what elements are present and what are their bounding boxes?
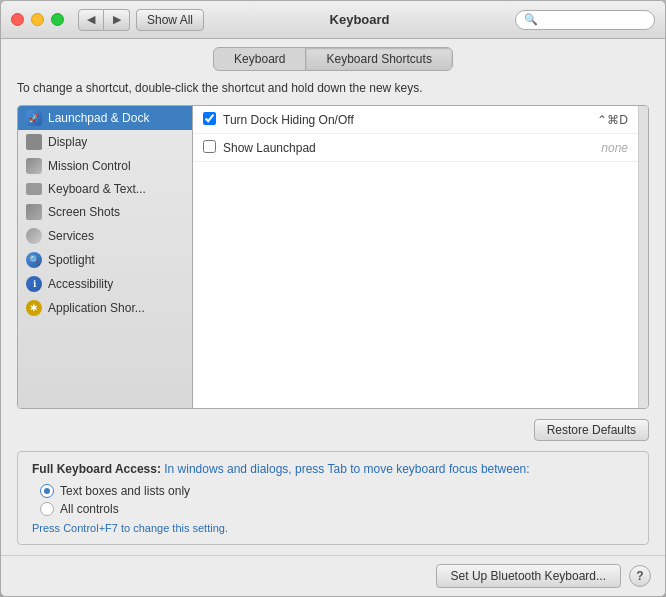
launchpad-icon: 🚀 [26,110,42,126]
ctrl-hint-text: Press Control+F7 to change this setting. [32,522,634,534]
minimize-button[interactable] [31,13,44,26]
radio-dot [44,488,50,494]
restore-defaults-button[interactable]: Restore Defaults [534,419,649,441]
sidebar-item-accessibility[interactable]: ℹ Accessibility [18,272,192,296]
search-icon: 🔍 [524,13,538,26]
tab-keyboard[interactable]: Keyboard [214,48,306,70]
shortcut-row-launchpad: Show Launchpad none [193,134,638,162]
close-button[interactable] [11,13,24,26]
bluetooth-keyboard-button[interactable]: Set Up Bluetooth Keyboard... [436,564,621,588]
sidebar-item-label: Services [48,229,94,243]
screenshots-icon [26,204,42,220]
sidebar-item-appshortcuts[interactable]: ✱ Application Shor... [18,296,192,320]
search-box[interactable]: 🔍 [515,10,655,30]
shortcut-key-dock-hiding: ⌃⌘D [597,113,628,127]
sidebar-item-launchpad[interactable]: 🚀 Launchpad & Dock [18,106,192,130]
sidebar-item-spotlight[interactable]: 🔍 Spotlight [18,248,192,272]
maximize-button[interactable] [51,13,64,26]
keyboard-access-title: Full Keyboard Access: In windows and dia… [32,462,634,476]
bottom-bar: Set Up Bluetooth Keyboard... ? [1,555,665,596]
tab-bar: Keyboard Keyboard Shortcuts [1,39,665,71]
shortcut-label-dock-hiding: Turn Dock Hiding On/Off [223,113,597,127]
show-all-button[interactable]: Show All [136,9,204,31]
checkbox-dock-hiding[interactable] [203,112,223,128]
spotlight-icon: 🔍 [26,252,42,268]
radio-all-controls-label: All controls [60,502,119,516]
sidebar-item-mission[interactable]: Mission Control [18,154,192,178]
title-bar: ◀ ▶ Show All Keyboard 🔍 [1,1,665,39]
tab-keyboard-shortcuts[interactable]: Keyboard Shortcuts [306,48,451,70]
keyboard-icon [26,183,42,195]
instruction-text: To change a shortcut, double-click the s… [17,81,649,95]
sidebar-item-label: Accessibility [48,277,113,291]
radio-group: Text boxes and lists only All controls [40,484,634,516]
appshortcuts-icon: ✱ [26,300,42,316]
right-panel: Turn Dock Hiding On/Off ⌃⌘D Show Launchp… [193,106,638,408]
radio-all-controls[interactable]: All controls [40,502,634,516]
window-controls [11,13,64,26]
sidebar-item-label: Launchpad & Dock [48,111,149,125]
sidebar-item-label: Mission Control [48,159,131,173]
window-title: Keyboard [204,12,515,27]
keyboard-access-section: Full Keyboard Access: In windows and dia… [17,451,649,545]
main-panel: 🚀 Launchpad & Dock Display Mission Contr… [17,105,649,409]
sidebar: 🚀 Launchpad & Dock Display Mission Contr… [18,106,193,408]
help-button[interactable]: ? [629,565,651,587]
tab-group: Keyboard Keyboard Shortcuts [213,47,453,71]
sidebar-item-screenshots[interactable]: Screen Shots [18,200,192,224]
sidebar-item-label: Keyboard & Text... [48,182,146,196]
sidebar-item-services[interactable]: Services [18,224,192,248]
radio-text-boxes-label: Text boxes and lists only [60,484,190,498]
checkbox-launchpad[interactable] [203,140,223,156]
radio-text-boxes-input[interactable] [40,484,54,498]
sidebar-item-label: Display [48,135,87,149]
sidebar-item-label: Screen Shots [48,205,120,219]
forward-button[interactable]: ▶ [104,9,130,31]
radio-text-boxes[interactable]: Text boxes and lists only [40,484,634,498]
restore-row: Restore Defaults [17,415,649,445]
shortcut-row-dock-hiding: Turn Dock Hiding On/Off ⌃⌘D [193,106,638,134]
accessibility-icon: ℹ [26,276,42,292]
main-window: ◀ ▶ Show All Keyboard 🔍 Keyboard Keyboar… [0,0,666,597]
sidebar-item-label: Spotlight [48,253,95,267]
scroll-divider [638,106,648,408]
display-icon [26,134,42,150]
shortcut-key-launchpad: none [601,141,628,155]
sidebar-item-keyboard[interactable]: Keyboard & Text... [18,178,192,200]
shortcut-label-launchpad: Show Launchpad [223,141,601,155]
mission-icon [26,158,42,174]
services-icon [26,228,42,244]
search-input[interactable] [541,13,646,27]
sidebar-item-label: Application Shor... [48,301,145,315]
main-content: To change a shortcut, double-click the s… [1,71,665,555]
keyboard-access-desc: In windows and dialogs, press Tab to mov… [161,462,530,476]
nav-buttons: ◀ ▶ [78,9,130,31]
radio-all-controls-input[interactable] [40,502,54,516]
sidebar-item-display[interactable]: Display [18,130,192,154]
back-button[interactable]: ◀ [78,9,104,31]
